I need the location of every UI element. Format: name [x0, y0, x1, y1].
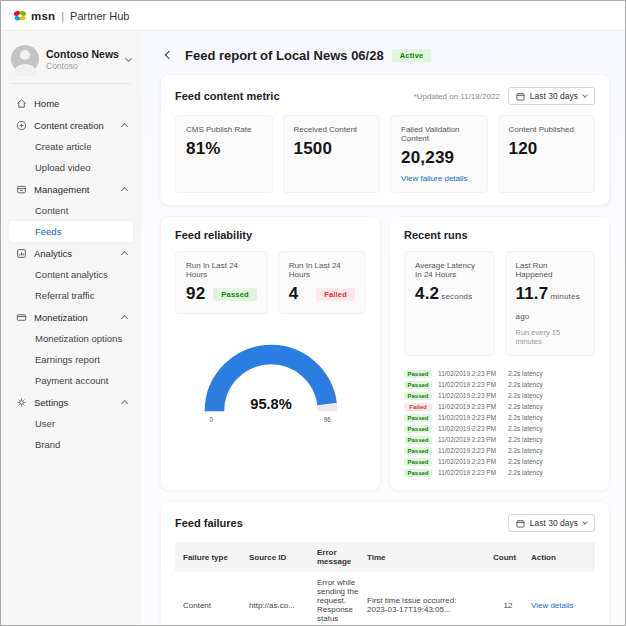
sidebar-item-content-analytics[interactable]: Content analytics	[9, 264, 133, 285]
main-content: Feed report of Local News 06/28 Active F…	[141, 31, 625, 625]
sidebar-divider	[11, 83, 131, 84]
reliability-tile-passed: Run In Last 24 Hours 92 Passed	[175, 251, 268, 314]
page-header: Feed report of Local News 06/28 Active	[161, 47, 609, 63]
sidebar-item-feeds[interactable]: Feeds	[9, 221, 133, 242]
home-icon	[15, 97, 27, 109]
last-run-tile: Last Run Happened 11.7minutes ago Run ev…	[505, 251, 596, 356]
sidebar-item-payment-account[interactable]: Payment account	[9, 370, 133, 391]
gauge-max-label: 96	[323, 416, 331, 423]
account-org: Contoso	[46, 61, 119, 71]
app-window: msn | Partner Hub Contoso News Contoso H…	[0, 0, 626, 626]
avatar	[11, 45, 39, 73]
sidebar-group-monetization[interactable]: Monetization	[9, 306, 133, 328]
sidebar-group-content-creation[interactable]: Content creation	[9, 114, 133, 136]
back-button[interactable]	[161, 47, 177, 63]
run-list: Passed11/02/2019 2:23 PM2.2s latency Pas…	[404, 368, 595, 478]
sidebar-group-management[interactable]: Management	[9, 178, 133, 200]
metric-tile-received-content: Received Content 1500	[283, 115, 381, 193]
reliability-tile-failed: Run In Last 24 Hours 4 Failed	[278, 251, 366, 314]
card-title: Feed failures	[175, 517, 508, 529]
run-row[interactable]: Passed11/02/2019 2:23 PM2.2s latency	[404, 423, 595, 434]
run-row[interactable]: Passed11/02/2019 2:23 PM2.2s latency	[404, 390, 595, 401]
updated-timestamp: *Updated on 11/18/2022	[414, 92, 500, 101]
brand-logo[interactable]: msn | Partner Hub	[13, 10, 129, 22]
table-header-row: Failure type Source ID Error message Tim…	[175, 542, 595, 572]
reliability-gauge: 0 96 95.8%	[175, 330, 366, 426]
run-frequency: Run every 15 minutes	[516, 328, 585, 346]
top-bar: msn | Partner Hub	[1, 1, 625, 31]
chevron-up-icon	[121, 251, 128, 258]
date-range-dropdown[interactable]: Last 30 days	[508, 514, 595, 532]
account-switcher[interactable]: Contoso News Contoso	[9, 43, 133, 83]
plus-circle-icon	[15, 119, 27, 131]
chevron-up-icon	[121, 187, 128, 194]
sidebar-group-settings[interactable]: Settings	[9, 391, 133, 413]
sidebar-item-label: Monetization	[34, 312, 115, 323]
settings-gear-icon	[15, 396, 27, 408]
passed-badge: Passed	[213, 288, 256, 301]
sidebar-item-label: Settings	[34, 397, 115, 408]
run-row[interactable]: Passed11/02/2019 2:23 PM2.2s latency	[404, 445, 595, 456]
metric-tile-content-published: Content Published 120	[498, 115, 596, 193]
card-title: Feed reliability	[175, 229, 366, 241]
sidebar-item-brand[interactable]: Brand	[9, 434, 133, 455]
run-row[interactable]: Passed11/02/2019 2:23 PM2.2s latency	[404, 456, 595, 467]
sidebar-item-label: Home	[34, 98, 127, 109]
sidebar-item-referral-traffic[interactable]: Referral traffic	[9, 285, 133, 306]
sidebar: Contoso News Contoso Home Content creati…	[1, 31, 141, 625]
run-row[interactable]: Passed11/02/2019 2:23 PM2.2s latency	[404, 467, 595, 478]
account-name: Contoso News	[46, 48, 119, 60]
run-row[interactable]: Passed11/02/2019 2:23 PM2.2s latency	[404, 412, 595, 423]
monetization-icon	[15, 311, 27, 323]
analytics-icon	[15, 247, 27, 259]
run-row[interactable]: Failed11/02/2019 2:23 PM2.2s latency	[404, 401, 595, 412]
status-badge: Active	[392, 49, 432, 62]
table-row: Content http://as.co... Error while send…	[175, 572, 595, 625]
sidebar-item-label: Management	[34, 184, 115, 195]
chevron-up-icon	[121, 123, 128, 130]
failed-badge: Failed	[316, 288, 355, 301]
sidebar-item-home[interactable]: Home	[9, 92, 133, 114]
sidebar-item-monetization-options[interactable]: Monetization options	[9, 328, 133, 349]
run-row[interactable]: Passed11/02/2019 2:23 PM2.2s latency	[404, 434, 595, 445]
sidebar-item-label: Analytics	[34, 248, 115, 259]
brand-separator: |	[61, 10, 64, 22]
sidebar-item-create-article[interactable]: Create article	[9, 136, 133, 157]
sidebar-item-upload-video[interactable]: Upload video	[9, 157, 133, 178]
feed-failures-card: Feed failures Last 30 days Failure type …	[161, 502, 609, 625]
card-title: Recent runs	[404, 229, 595, 241]
view-failure-details-link[interactable]: View failure details	[401, 174, 477, 183]
gauge-value-text: 95.8%	[250, 396, 291, 412]
chevron-up-icon	[121, 315, 128, 322]
run-row[interactable]: Passed11/02/2019 2:23 PM2.2s latency	[404, 379, 595, 390]
sidebar-group-analytics[interactable]: Analytics	[9, 242, 133, 264]
product-name: Partner Hub	[70, 10, 129, 22]
date-range-dropdown[interactable]: Last 30 days	[508, 87, 595, 105]
recent-runs-card: Recent runs Average Latency In 24 Hours …	[390, 217, 609, 490]
calendar-icon	[516, 519, 525, 528]
feed-content-metric-card: Feed content metric *Updated on 11/18/20…	[161, 75, 609, 205]
sidebar-item-content[interactable]: Content	[9, 200, 133, 221]
run-row[interactable]: Passed11/02/2019 2:23 PM2.2s latency	[404, 368, 595, 379]
sidebar-item-user[interactable]: User	[9, 413, 133, 434]
chevron-up-icon	[121, 400, 128, 407]
chevron-down-icon	[582, 92, 588, 98]
brand-name: msn	[31, 10, 55, 22]
chevron-left-icon	[165, 51, 173, 59]
latency-tile: Average Latency In 24 Hours 4.2seconds	[404, 251, 495, 356]
chevron-down-icon	[582, 519, 588, 525]
calendar-icon	[516, 92, 525, 101]
failures-table: Failure type Source ID Error message Tim…	[175, 542, 595, 625]
page-title: Feed report of Local News 06/28	[185, 48, 384, 63]
card-title: Feed content metric	[175, 90, 414, 102]
msn-butterfly-icon	[13, 10, 27, 22]
management-icon	[15, 183, 27, 195]
gauge-min-label: 0	[209, 416, 213, 423]
metric-tile-failed-validation: Failed Validation Content 20,239 View fa…	[390, 115, 488, 193]
chevron-down-icon	[125, 54, 132, 61]
metric-tile-cms-publish-rate: CMS Publish Rate 81%	[175, 115, 273, 193]
view-details-link[interactable]: View details	[531, 601, 587, 610]
sidebar-item-label: Content creation	[34, 120, 115, 131]
sidebar-item-earnings-report[interactable]: Earnings report	[9, 349, 133, 370]
feed-reliability-card: Feed reliability Run In Last 24 Hours 92…	[161, 217, 380, 490]
